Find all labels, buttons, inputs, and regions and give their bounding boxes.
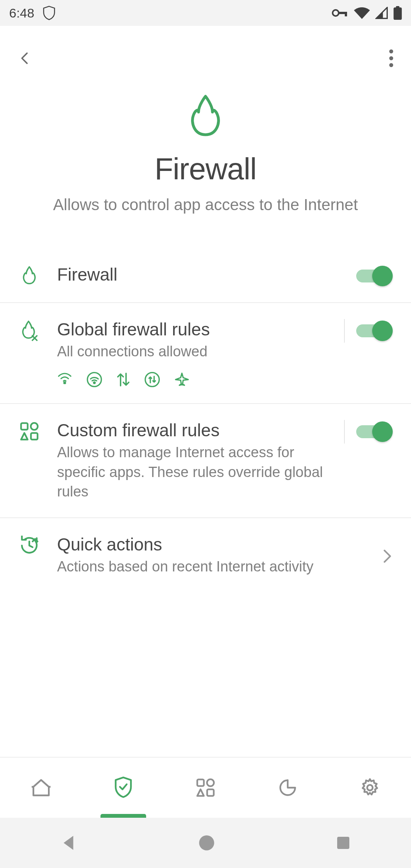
row-title: Global firewall rules <box>57 319 336 340</box>
system-nav-bar <box>0 818 411 868</box>
back-button[interactable] <box>18 51 33 66</box>
row-title: Firewall <box>57 264 349 285</box>
row-global-rules[interactable]: Global firewall rules All connections al… <box>0 303 411 404</box>
sys-back-icon[interactable] <box>60 834 78 852</box>
svg-point-5 <box>389 49 393 53</box>
row-custom-rules[interactable]: Custom firewall rules Allows to manage I… <box>0 404 411 518</box>
vpn-key-icon <box>332 8 349 18</box>
svg-point-7 <box>389 63 393 67</box>
wifi-small-icon <box>57 372 72 387</box>
svg-rect-20 <box>337 837 349 849</box>
app-bar <box>0 26 411 91</box>
svg-point-8 <box>64 382 65 384</box>
page-title: Firewall <box>155 152 256 187</box>
svg-point-19 <box>199 835 214 850</box>
page-subtitle: Allows to control app access to the Inte… <box>53 196 358 214</box>
flame-x-icon <box>18 321 40 342</box>
divider <box>344 319 345 343</box>
global-rules-toggle[interactable] <box>356 321 393 341</box>
svg-point-0 <box>333 10 339 16</box>
sys-recent-icon[interactable] <box>336 835 351 850</box>
svg-point-18 <box>367 785 373 790</box>
settings-list: Firewall Global firewall rules All conne… <box>0 248 411 757</box>
row-quick-actions[interactable]: Quick actions Actions based on recent In… <box>0 518 411 592</box>
row-title: Quick actions <box>57 534 374 555</box>
wifi-icon <box>354 7 370 19</box>
svg-point-16 <box>207 779 214 786</box>
wifi-circle-icon <box>87 372 102 387</box>
flame-icon <box>18 266 40 286</box>
nav-protection[interactable] <box>82 758 164 818</box>
svg-point-10 <box>94 382 95 384</box>
more-menu-button[interactable] <box>389 49 393 67</box>
svg-rect-2 <box>345 12 347 16</box>
cell-signal-icon <box>375 7 388 19</box>
history-icon <box>18 536 40 555</box>
svg-rect-3 <box>393 8 402 20</box>
row-title: Custom firewall rules <box>57 420 336 440</box>
svg-rect-12 <box>21 423 27 430</box>
divider <box>344 420 345 444</box>
airplane-icon <box>174 372 190 387</box>
status-bar: 6:48 <box>0 0 411 26</box>
shapes-grid-icon <box>18 421 40 441</box>
svg-point-11 <box>145 373 159 387</box>
flame-icon <box>185 94 226 140</box>
shield-outline-icon <box>42 5 56 21</box>
custom-rules-toggle[interactable] <box>356 421 393 442</box>
row-subtitle: All connections allowed <box>57 342 331 361</box>
svg-rect-4 <box>396 6 400 8</box>
nav-stats[interactable] <box>247 758 329 818</box>
mobile-data-icon <box>116 372 130 387</box>
page-hero: Firewall Allows to control app access to… <box>0 91 411 248</box>
connection-type-icons <box>57 372 336 387</box>
row-firewall[interactable]: Firewall <box>0 248 411 303</box>
nav-active-indicator <box>100 814 146 818</box>
svg-point-13 <box>31 423 38 430</box>
nav-apps[interactable] <box>164 758 247 818</box>
svg-rect-17 <box>207 789 213 796</box>
svg-point-6 <box>389 56 393 60</box>
chevron-right-icon <box>381 549 393 564</box>
nav-home[interactable] <box>0 758 82 818</box>
status-time: 6:48 <box>9 6 34 21</box>
data-circle-icon <box>145 372 160 387</box>
row-subtitle: Allows to manage Internet access for spe… <box>57 443 331 501</box>
nav-settings[interactable] <box>329 758 411 818</box>
svg-rect-14 <box>31 433 37 440</box>
svg-rect-15 <box>197 779 204 786</box>
firewall-toggle[interactable] <box>356 266 393 286</box>
sys-home-icon[interactable] <box>198 834 215 851</box>
battery-icon <box>393 6 402 20</box>
row-subtitle: Actions based on recent Internet activit… <box>57 557 331 576</box>
bottom-nav <box>0 757 411 818</box>
